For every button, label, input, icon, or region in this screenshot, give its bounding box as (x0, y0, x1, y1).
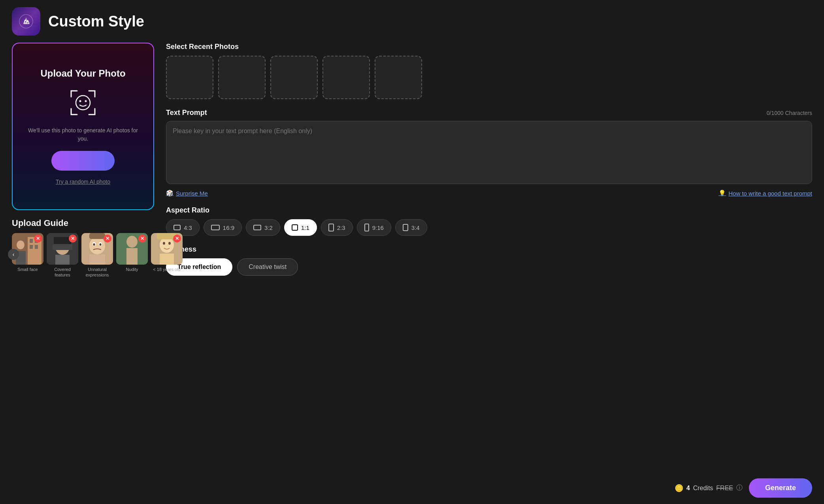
svg-point-3 (79, 100, 81, 102)
svg-rect-34 (160, 254, 174, 265)
aspect-ratio-section: Aspect Ratio 4:3 16:9 3:2 1:1 (166, 206, 812, 236)
svg-rect-24 (89, 233, 105, 239)
guide-badge-4: ✕ (138, 235, 146, 243)
page-title: Custom Style (48, 13, 144, 30)
svg-rect-16 (53, 244, 72, 250)
svg-rect-25 (89, 254, 105, 265)
aspect-ratio-title: Aspect Ratio (166, 206, 812, 214)
likeness-title: Likeness (166, 245, 812, 254)
recent-photos-section: Select Recent Photos (166, 43, 812, 99)
likeness-section: Likeness True reflection Creative twist (166, 245, 812, 276)
svg-point-19 (89, 237, 105, 254)
aspect-icon-1-1 (292, 224, 298, 231)
guide-images: ✕ Small face (12, 233, 154, 278)
char-count: 0/1000 Characters (767, 110, 812, 116)
svg-rect-9 (30, 245, 33, 249)
app-icon (12, 7, 40, 36)
upload-description: We'll use this photo to generate AI phot… (25, 126, 141, 143)
upload-guide: Upload Guide ‹ (12, 218, 154, 278)
guide-label-2: Covered features (47, 267, 78, 278)
upload-area[interactable]: Upload Your Photo We'l (13, 43, 153, 209)
svg-rect-28 (126, 248, 138, 265)
guide-item-covered: ✕ Covered features (47, 233, 78, 278)
credits-label: Credits (693, 485, 713, 492)
guide-item-nudity: ✕ Nudity (116, 233, 148, 278)
svg-rect-10 (35, 245, 38, 249)
guide-badge-5: ✕ (173, 235, 181, 243)
recent-photos-title: Select Recent Photos (166, 43, 812, 51)
guide-item-unnatural: ✕ Unnatural expressions (81, 233, 113, 278)
aspect-btn-9-16[interactable]: 9:16 (357, 219, 391, 236)
text-prompt-header: Text Prompt 0/1000 Characters (166, 109, 812, 117)
generate-button[interactable]: Generate (749, 478, 812, 498)
svg-point-27 (126, 236, 138, 248)
lightbulb-icon: 💡 (718, 190, 726, 197)
random-style-button[interactable] (51, 151, 115, 171)
aspect-icon-16-9 (211, 225, 220, 230)
photo-slot-3[interactable] (270, 56, 318, 99)
prompt-actions: 🎲 Surprise Me 💡 How to write a good text… (166, 190, 812, 197)
aspect-icon-2-3 (328, 224, 334, 231)
credits-number: 4 (686, 485, 690, 492)
svg-point-22 (93, 243, 95, 246)
guide-label-5: < 18 years old (151, 267, 183, 272)
photo-slot-2[interactable] (218, 56, 266, 99)
svg-point-2 (76, 96, 90, 110)
guide-label-3: Unnatural expressions (81, 267, 113, 278)
how-to-write-link[interactable]: 💡 How to write a good text prompt (718, 190, 812, 197)
svg-point-32 (168, 242, 171, 245)
aspect-btn-1-1[interactable]: 1:1 (284, 219, 317, 236)
aspect-icon-3-4 (403, 224, 408, 231)
guide-item-age: ✕ < 18 years old (151, 233, 183, 278)
bottom-bar: 🪙 4 Credits FREE ⓘ Generate (166, 472, 824, 504)
aspect-btn-3-2[interactable]: 3:2 (246, 219, 280, 236)
upload-guide-title: Upload Guide (12, 218, 154, 228)
text-prompt-title: Text Prompt (166, 109, 207, 117)
coins-icon: 🪙 (675, 484, 683, 493)
guide-prev-button[interactable]: ‹ (8, 249, 19, 260)
svg-rect-17 (55, 255, 70, 265)
aspect-btn-2-3[interactable]: 2:3 (321, 219, 353, 236)
right-panel: Select Recent Photos Text Prompt 0/1000 … (166, 43, 812, 313)
aspect-icon-4-3 (173, 225, 181, 230)
face-scan-icon (67, 87, 99, 118)
guide-badge-2: ✕ (69, 235, 77, 243)
header: Custom Style (0, 0, 824, 43)
aspect-icon-9-16 (364, 224, 369, 231)
svg-point-11 (17, 241, 25, 249)
credits-free-label: FREE (716, 485, 733, 492)
likeness-btn-creative-twist[interactable]: Creative twist (237, 258, 298, 276)
aspect-btn-3-4[interactable]: 3:4 (395, 219, 427, 236)
aspect-ratio-options: 4:3 16:9 3:2 1:1 2:3 (166, 219, 812, 236)
guide-label-4: Nudity (116, 267, 148, 272)
dice-icon: 🎲 (166, 190, 173, 197)
credits-info: 🪙 4 Credits FREE ⓘ (675, 484, 743, 493)
guide-badge-1: ✕ (34, 235, 42, 243)
prompt-textarea[interactable] (166, 121, 812, 184)
photo-slot-4[interactable] (322, 56, 370, 99)
svg-rect-7 (30, 239, 33, 243)
guide-badge-3: ✕ (104, 235, 111, 243)
photo-slot-5[interactable] (375, 56, 422, 99)
likeness-options: True reflection Creative twist (166, 258, 812, 276)
left-panel: Upload Your Photo We'l (12, 43, 154, 313)
try-random-link[interactable]: Try a random AI photo (56, 179, 110, 185)
text-prompt-section: Text Prompt 0/1000 Characters 🎲 Surprise… (166, 109, 812, 197)
main-content: Upload Your Photo We'l (0, 43, 824, 325)
credits-info-icon[interactable]: ⓘ (736, 484, 743, 492)
aspect-btn-16-9[interactable]: 16:9 (204, 219, 242, 236)
svg-point-31 (163, 242, 165, 245)
photo-slot-1[interactable] (166, 56, 213, 99)
upload-title: Upload Your Photo (40, 68, 125, 79)
svg-point-23 (100, 243, 102, 246)
aspect-icon-3-2 (253, 225, 261, 230)
upload-area-wrapper: Upload Your Photo We'l (12, 43, 154, 210)
recent-photos-grid (166, 56, 812, 99)
surprise-me-button[interactable]: 🎲 Surprise Me (166, 190, 208, 197)
guide-label-1: Small face (12, 267, 43, 272)
svg-point-4 (85, 100, 87, 102)
